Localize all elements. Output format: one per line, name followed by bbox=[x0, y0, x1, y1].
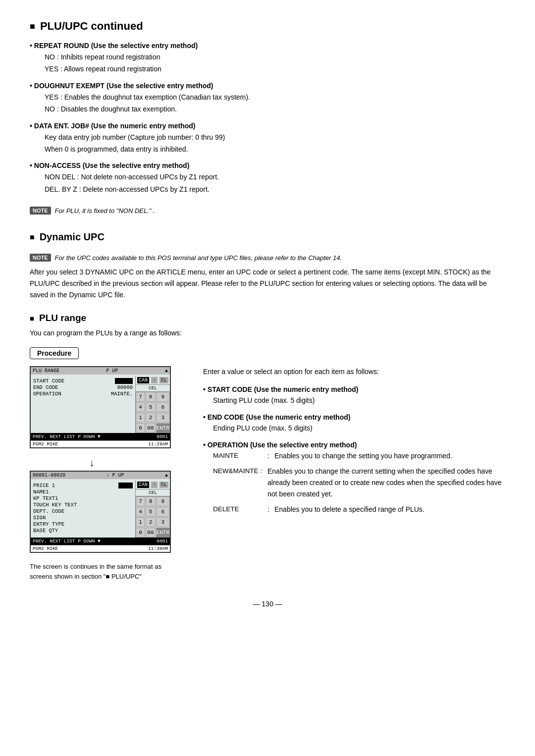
right-intro: Enter a value or select an option for ea… bbox=[203, 366, 505, 378]
screen2-footer-right: 0001 bbox=[157, 539, 168, 544]
screen2-btn8[interactable]: 8 bbox=[146, 496, 155, 506]
dynamic-upc-title: Dynamic UPC bbox=[30, 231, 505, 243]
screen1-btn2[interactable]: 2 bbox=[146, 413, 155, 423]
screen2-sign-label: SIGN bbox=[33, 515, 46, 521]
screen2-price1-val: 0.00 bbox=[118, 483, 133, 488]
screen2-btn5[interactable]: 5 bbox=[146, 507, 155, 517]
screen1-footer2-left: PGM2 MIKE bbox=[33, 441, 58, 447]
plu-range-title: PLU range bbox=[30, 313, 505, 324]
pos-screen-2: 00001-00020 ↓ P UP ▲ PRICE 1 0.00 NAME1 bbox=[30, 471, 171, 553]
screen2-btn9[interactable]: 9 bbox=[156, 496, 170, 506]
screen2-kp-text1-label: KP TEXT1 bbox=[33, 495, 58, 501]
screen2-btn6[interactable]: 6 bbox=[156, 507, 170, 517]
end-code-section: END CODE (Use the numeric entry method) … bbox=[203, 413, 505, 434]
screen1-footer2-right: 11:29AM bbox=[148, 441, 168, 447]
screen2-btn00[interactable]: 00 bbox=[146, 528, 155, 538]
screen1-start-label: START CODE bbox=[33, 378, 64, 384]
dynamic-upc-note-text: For the UPC codes available to this POS … bbox=[55, 254, 342, 262]
screen2-btn-can[interactable]: CAN bbox=[137, 482, 149, 488]
screen2-btn-cl[interactable]: CL bbox=[160, 482, 168, 488]
plu-range-intro: You can program the PLUs by a range as f… bbox=[30, 327, 505, 339]
screen2-footer: PREV. NEXT LIST P DOWN ▼ 0001 bbox=[31, 538, 170, 545]
screen2-btn4[interactable]: 4 bbox=[136, 507, 145, 517]
op-row-delete: DELETE : Enables you to delete a specifi… bbox=[213, 504, 505, 515]
screen1-btn0[interactable]: 0 bbox=[136, 423, 145, 433]
end-code-desc: Ending PLU code (max. 5 digits) bbox=[213, 423, 505, 434]
screen2-btn-cel[interactable]: CEL bbox=[149, 490, 157, 495]
screen2-touch-key-label: TOUCH KEY TEXT bbox=[33, 502, 77, 508]
dynamic-upc-note: NOTE For the UPC codes available to this… bbox=[30, 254, 342, 262]
op-mainte-key: MAINTE bbox=[213, 450, 268, 462]
screen1-btn1[interactable]: 1 bbox=[136, 413, 145, 423]
screen2-btn7[interactable]: 7 bbox=[136, 496, 145, 506]
screen1-end-label: END CODE bbox=[33, 384, 58, 390]
screen2-entry-type-label: ENTRY TYPE bbox=[33, 521, 64, 527]
screen1-btn4[interactable]: 4 bbox=[136, 402, 145, 412]
op-mainte-colon: : bbox=[268, 450, 274, 462]
screen1-footer2: PGM2 MIKE 11:29AM bbox=[31, 440, 170, 447]
doughnut-exempt-no: NO : Disables the doughnut tax exemption… bbox=[45, 104, 505, 114]
op-newmainte-desc: Enables you to change the current settin… bbox=[268, 466, 505, 500]
page-number: — 130 — bbox=[30, 600, 505, 608]
data-ent-job-line2: When 0 is programmed, data entry is inhi… bbox=[45, 144, 505, 155]
screen2-up-arrow: ▲ bbox=[165, 473, 168, 478]
screen1-header-mid: P UP bbox=[106, 368, 118, 374]
screen1-btn00[interactable]: 00 bbox=[146, 423, 155, 433]
procedure-content: PLU RANGE P UP ▲ START CODE 00000 END CO… bbox=[30, 366, 505, 583]
procedure-label: Procedure bbox=[30, 347, 79, 359]
screen2-price1-label: PRICE 1 bbox=[33, 483, 55, 488]
page-title: PLU/UPC continued bbox=[30, 20, 505, 33]
screen1-btn6[interactable]: 6 bbox=[156, 402, 170, 412]
non-access-section: NON-ACCESS (Use the selective entry meth… bbox=[30, 162, 505, 195]
screen-note: The screen is continues in the same form… bbox=[30, 562, 183, 583]
screen2-btn3[interactable]: 3 bbox=[156, 517, 170, 527]
op-delete-desc: Enables you to delete a specified range … bbox=[274, 504, 505, 515]
screen2-btn-dot[interactable]: · bbox=[151, 482, 157, 488]
note1-text: For PLU, it is fixed to "NON DEL." . bbox=[55, 207, 155, 215]
data-ent-job-section: DATA ENT. JOB# (Use the numeric entry me… bbox=[30, 122, 505, 155]
screen1-start-val: 00000 bbox=[115, 378, 133, 384]
screen1-btn5[interactable]: 5 bbox=[146, 402, 155, 412]
screen2-btn-entr[interactable]: ENTR bbox=[156, 528, 170, 538]
repeat-round-title: REPEAT ROUND (Use the selective entry me… bbox=[30, 42, 505, 50]
repeat-round-no: NO : Inhibits repeat round registration bbox=[45, 52, 505, 62]
screen2-header-left: 00001-00020 bbox=[33, 473, 65, 478]
start-code-title: START CODE (Use the numeric entry method… bbox=[203, 385, 505, 393]
screen2-btn1[interactable]: 1 bbox=[136, 517, 145, 527]
screen2-header-mid: ↓ P UP bbox=[106, 473, 124, 478]
screen1-footer-right: 0001 bbox=[157, 434, 168, 439]
screen2-btn2[interactable]: 2 bbox=[146, 517, 155, 527]
operation-table: MAINTE : Enables you to change the setti… bbox=[213, 450, 505, 515]
screen1-end-val: 00000 bbox=[117, 384, 133, 390]
data-ent-job-title: DATA ENT. JOB# (Use the numeric entry me… bbox=[30, 122, 505, 130]
non-access-del-by-z: DEL. BY Z : Delete non-accessed UPCs by … bbox=[45, 184, 505, 195]
op-row-newmainte: NEW&MAINTE : Enables you to change the c… bbox=[213, 466, 505, 500]
screen2-footer2: PGM2 MIKE 11:30AM bbox=[31, 545, 170, 552]
screen2-footer2-left: PGM2 MIKE bbox=[33, 546, 58, 551]
screen2-btn0[interactable]: 0 bbox=[136, 528, 145, 538]
operation-section: OPERATION (Use the selective entry metho… bbox=[203, 441, 505, 515]
screen1-header-left: PLU RANGE bbox=[33, 368, 59, 374]
screen1-btn8[interactable]: 8 bbox=[146, 392, 155, 402]
screen1-btn-dot[interactable]: · bbox=[151, 377, 157, 383]
screen2-footer-left: PREV. NEXT LIST P DOWN ▼ bbox=[33, 539, 101, 544]
screen1-btn-can[interactable]: CAN bbox=[137, 377, 149, 383]
dynamic-upc-note-label: NOTE bbox=[30, 254, 51, 262]
screen1-btn-entr[interactable]: ENTR bbox=[156, 423, 170, 433]
screen1-btn7[interactable]: 7 bbox=[136, 392, 145, 402]
screen1-btn-cl[interactable]: CL bbox=[160, 377, 168, 383]
screen1-btn3[interactable]: 3 bbox=[156, 413, 170, 423]
screen1-btn-cel[interactable]: CEL bbox=[149, 385, 157, 391]
non-access-non-del: NON DEL : Not delete non-accessed UPCs b… bbox=[45, 171, 505, 182]
screen1-op-label: OPERATION bbox=[33, 391, 61, 397]
screen1-btn9[interactable]: 9 bbox=[156, 392, 170, 402]
descriptions-col: Enter a value or select an option for ea… bbox=[203, 366, 505, 523]
repeat-round-section: REPEAT ROUND (Use the selective entry me… bbox=[30, 42, 505, 75]
screen2-dept-code-label: DEPT. CODE bbox=[33, 508, 64, 514]
op-row-mainte: MAINTE : Enables you to change the setti… bbox=[213, 450, 505, 462]
data-ent-job-line1: Key data entry job number (Capture job n… bbox=[45, 132, 505, 143]
op-newmainte-key: NEW&MAINTE : bbox=[213, 466, 268, 500]
op-mainte-desc: Enables you to change the setting you ha… bbox=[274, 450, 505, 462]
doughnut-exempt-title: DOUGHNUT EXEMPT (Use the selective entry… bbox=[30, 82, 505, 90]
start-code-section: START CODE (Use the numeric entry method… bbox=[203, 385, 505, 406]
